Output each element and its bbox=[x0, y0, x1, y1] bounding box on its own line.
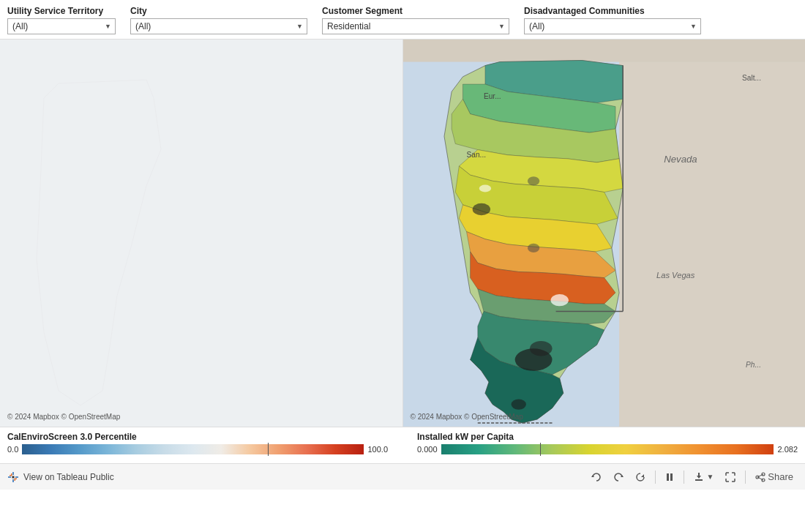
svg-point-10 bbox=[550, 294, 568, 306]
legend-calenviroscreen-max: 100.0 bbox=[367, 445, 388, 454]
svg-text:Ph...: Ph... bbox=[746, 361, 761, 369]
share-icon bbox=[755, 472, 765, 482]
svg-rect-35 bbox=[670, 473, 673, 481]
legend-calenviroscreen: CalEnviroScreen 3.0 Percentile 0.0 100.0 bbox=[7, 432, 410, 459]
svg-rect-34 bbox=[667, 473, 669, 481]
share-button[interactable]: Share bbox=[751, 468, 798, 485]
svg-rect-28 bbox=[10, 475, 12, 476]
right-map-copyright: © 2024 Mapbox © OpenStreetMap bbox=[411, 413, 523, 421]
svg-rect-38 bbox=[698, 473, 700, 476]
share-label: Share bbox=[768, 471, 793, 482]
maps-row: © 2024 Mapbox © OpenStreetMap bbox=[0, 39, 805, 427]
filter-customer-segment: Customer Segment Residential bbox=[322, 6, 509, 34]
tableau-icon bbox=[7, 471, 19, 483]
svg-point-7 bbox=[511, 399, 525, 409]
svg-text:Nevada: Nevada bbox=[664, 154, 697, 165]
toolbar-divider-2 bbox=[684, 471, 684, 484]
legend-calenviroscreen-bar bbox=[22, 444, 364, 454]
filter-disadvantaged-communities: Disadvantaged Communities (All) bbox=[524, 6, 701, 34]
filter-utility-select[interactable]: (All) bbox=[7, 18, 116, 34]
svg-rect-25 bbox=[15, 476, 18, 478]
svg-rect-3 bbox=[403, 40, 805, 62]
toolbar: View on Tableau Public bbox=[0, 463, 805, 490]
legend-calenviroscreen-min: 0.0 bbox=[7, 445, 18, 454]
svg-marker-33 bbox=[641, 474, 644, 477]
undo-icon bbox=[591, 472, 602, 482]
svg-point-5 bbox=[529, 341, 552, 356]
undo-button[interactable] bbox=[587, 469, 606, 485]
pause-button[interactable] bbox=[661, 470, 678, 484]
filter-customer-segment-select[interactable]: Residential bbox=[322, 18, 509, 34]
pause-icon bbox=[665, 473, 674, 482]
filter-disadvantaged-select[interactable]: (All) bbox=[524, 18, 701, 34]
svg-rect-23 bbox=[12, 479, 14, 482]
download-icon bbox=[694, 472, 704, 482]
svg-point-6 bbox=[472, 203, 490, 215]
filter-utility-label: Utility Service Territory bbox=[7, 6, 116, 16]
legend-calenviroscreen-bar-row: 0.0 100.0 bbox=[7, 444, 388, 454]
svg-text:Eur...: Eur... bbox=[483, 92, 501, 100]
fullscreen-button[interactable] bbox=[721, 469, 740, 485]
toolbar-divider-1 bbox=[655, 471, 656, 484]
svg-text:Las Vegas: Las Vegas bbox=[656, 271, 694, 280]
legend-kwcapita-bar bbox=[441, 444, 774, 454]
filter-customer-segment-label: Customer Segment bbox=[322, 6, 509, 16]
svg-rect-2 bbox=[619, 40, 805, 427]
svg-rect-24 bbox=[8, 476, 11, 478]
legend-kwcapita: Installed kW per Capita 0.000 2.082 bbox=[410, 432, 798, 459]
redo-icon bbox=[613, 472, 624, 482]
download-button[interactable]: ▼ bbox=[689, 469, 718, 485]
redo-button[interactable] bbox=[609, 469, 628, 485]
legend-kwcapita-max: 2.082 bbox=[777, 445, 798, 454]
toolbar-divider-3 bbox=[745, 471, 746, 484]
svg-rect-22 bbox=[12, 472, 14, 475]
left-map-background bbox=[0, 40, 402, 427]
svg-text:San...: San... bbox=[466, 151, 486, 159]
legends-row: CalEnviroScreen 3.0 Percentile 0.0 100.0… bbox=[0, 427, 805, 463]
svg-text:Salt...: Salt... bbox=[742, 74, 761, 82]
svg-point-8 bbox=[527, 244, 539, 252]
toolbar-controls: ▼ Share bbox=[587, 468, 798, 485]
left-map-panel[interactable]: © 2024 Mapbox © OpenStreetMap bbox=[0, 40, 403, 427]
view-on-tableau-label: View on Tableau Public bbox=[23, 472, 114, 482]
view-on-tableau-button[interactable]: View on Tableau Public bbox=[7, 471, 114, 483]
filter-disadvantaged-label: Disadvantaged Communities bbox=[524, 6, 701, 16]
svg-point-11 bbox=[479, 184, 490, 192]
svg-rect-30 bbox=[12, 476, 15, 478]
california-map-svg: Nevada Las Vegas Ph... San... Eur... Sal… bbox=[403, 40, 806, 427]
svg-rect-29 bbox=[15, 478, 17, 479]
left-map-copyright: © 2024 Mapbox © OpenStreetMap bbox=[7, 413, 120, 421]
filter-row: Utility Service Territory (All) City (Al… bbox=[0, 0, 805, 39]
filter-city-select[interactable]: (All) bbox=[130, 18, 307, 34]
legend-kwcapita-min: 0.000 bbox=[417, 445, 438, 454]
right-map-panel[interactable]: Nevada Las Vegas Ph... San... Eur... Sal… bbox=[403, 40, 806, 427]
svg-rect-0 bbox=[0, 40, 402, 427]
legend-kwcapita-bar-row: 0.000 2.082 bbox=[417, 444, 798, 454]
fullscreen-icon bbox=[725, 472, 735, 482]
filter-city: City (All) bbox=[130, 6, 307, 34]
svg-rect-36 bbox=[695, 479, 703, 481]
legend-kwcapita-title: Installed kW per Capita bbox=[417, 432, 798, 442]
reset-icon bbox=[635, 472, 645, 482]
reset-button[interactable] bbox=[631, 469, 650, 485]
svg-point-9 bbox=[527, 176, 539, 185]
legend-calenviroscreen-title: CalEnviroScreen 3.0 Percentile bbox=[7, 432, 388, 442]
filter-city-label: City bbox=[130, 6, 307, 16]
filter-utility-service-territory: Utility Service Territory (All) bbox=[7, 6, 116, 34]
